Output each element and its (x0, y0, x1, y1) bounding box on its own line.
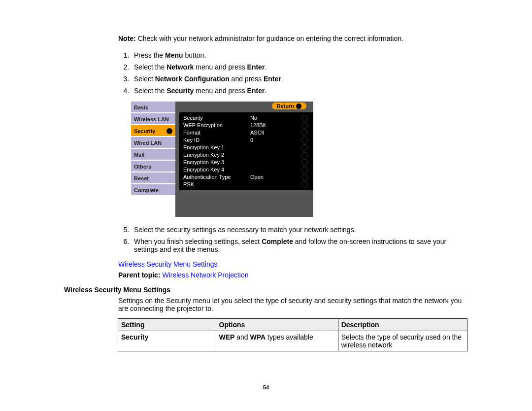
th-description: Description (338, 319, 467, 331)
projector-tab-wireless-lan[interactable]: Wireless LAN (131, 113, 175, 125)
section-description: Settings on the Security menu let you se… (118, 297, 468, 312)
parent-topic-link[interactable]: Wireless Network Projection (161, 271, 249, 279)
projector-setting-value: ASCII (250, 129, 285, 137)
projector-setting-value (250, 159, 285, 166)
steps-list-2: Select the security settings as necessar… (118, 226, 468, 253)
step-1: Press the Menu button. (131, 51, 468, 59)
projector-tab-wired-lan[interactable]: Wired LAN (131, 137, 175, 149)
td-setting: Security (118, 331, 216, 351)
projector-tab-security[interactable]: Security (131, 125, 175, 137)
projector-setting-row[interactable]: Key ID0 (179, 137, 307, 144)
table-header-row: Setting Options Description (118, 319, 467, 331)
steps-list-1: Press the Menu button. Select the Networ… (118, 51, 468, 95)
projector-setting-row[interactable]: FormatASCII (179, 129, 307, 137)
step-4: Select the Security menu and press Enter… (131, 87, 468, 95)
return-button[interactable]: Return (272, 103, 306, 109)
projector-setting-label: Security (179, 114, 250, 122)
settings-table: Setting Options Description Security WEP… (118, 318, 467, 351)
projector-setting-label: Encryption Key 1 (179, 144, 250, 151)
return-label: Return (277, 103, 294, 109)
projector-tab-basic[interactable]: Basic (131, 102, 175, 113)
note-prefix: Note: (118, 34, 136, 42)
note-line: Note: Check with your network administra… (118, 34, 468, 42)
projector-setting-label: Authentication Type (179, 173, 250, 181)
projector-setting-row[interactable]: PSK (179, 181, 307, 188)
document-page: Note: Check with your network administra… (0, 0, 532, 411)
page-number: 54 (0, 384, 532, 390)
projector-setting-value (250, 181, 285, 188)
projector-setting-label: Encryption Key 2 (179, 151, 250, 159)
projector-panel-area: Return SecurityNoWEP Encryption128BitFor… (179, 105, 311, 215)
projector-tab-complete[interactable]: Complete (131, 184, 175, 196)
projector-setting-label: Format (179, 129, 250, 137)
projector-setting-row[interactable]: Encryption Key 3 (179, 159, 307, 166)
projector-setting-value (250, 166, 285, 173)
projector-setting-value: 128Bit (250, 122, 285, 129)
projector-tab-others[interactable]: Others (131, 161, 175, 172)
projector-tab-reset[interactable]: Reset (131, 172, 175, 184)
parent-topic-line: Parent topic: Wireless Network Projectio… (118, 271, 468, 279)
projector-setting-label: Encryption Key 4 (179, 166, 250, 173)
projector-setting-value (250, 144, 285, 151)
projector-setting-label: Key ID (179, 137, 250, 144)
step-3: Select Network Configuration and press E… (131, 75, 468, 83)
projector-setting-label: WEP Encryption (179, 122, 250, 129)
wireless-security-link[interactable]: Wireless Security Menu Settings (118, 260, 218, 268)
th-options: Options (216, 319, 338, 331)
projector-setting-row[interactable]: SecurityNo (179, 114, 307, 122)
projector-setting-value: Open (250, 173, 285, 181)
td-description: Selects the type of security used on the… (338, 331, 467, 351)
step-5: Select the security settings as necessar… (131, 226, 468, 234)
projector-tab-mail[interactable]: Mail (131, 149, 175, 161)
projector-setting-value: 0 (250, 137, 285, 144)
projector-setting-value (250, 151, 285, 159)
projector-setting-label: PSK (179, 181, 250, 188)
projector-menu: BasicWireless LANSecurityWired LANMailOt… (131, 102, 313, 217)
projector-tabs: BasicWireless LANSecurityWired LANMailOt… (131, 102, 175, 217)
note-text: Check with your network administrator fo… (136, 34, 403, 42)
projector-menu-screenshot: BasicWireless LANSecurityWired LANMailOt… (131, 102, 468, 217)
content-column: Note: Check with your network administra… (118, 34, 468, 351)
enter-icon (296, 103, 301, 109)
step-2: Select the Network menu and press Enter. (131, 63, 468, 71)
projector-setting-row[interactable]: Encryption Key 2 (179, 151, 307, 159)
projector-setting-row[interactable]: Authentication TypeOpen (179, 173, 307, 181)
step-6: When you finish selecting settings, sele… (131, 238, 468, 253)
td-options: WEP and WPA types available (216, 331, 338, 351)
projector-setting-row[interactable]: Encryption Key 4 (179, 166, 307, 173)
projector-setting-row[interactable]: WEP Encryption128Bit (179, 122, 307, 129)
projector-setting-row[interactable]: Encryption Key 1 (179, 144, 307, 151)
related-link-line: Wireless Security Menu Settings (118, 260, 468, 268)
table-row: Security WEP and WPA types available Sel… (118, 331, 467, 351)
parent-topic-prefix: Parent topic: (118, 271, 161, 279)
th-setting: Setting (118, 319, 216, 331)
projector-setting-label: Encryption Key 3 (179, 159, 250, 166)
projector-setting-value: No (250, 114, 285, 122)
projector-settings-panel: SecurityNoWEP Encryption128BitFormatASCI… (179, 112, 313, 190)
section-heading: Wireless Security Menu Settings (64, 286, 468, 294)
